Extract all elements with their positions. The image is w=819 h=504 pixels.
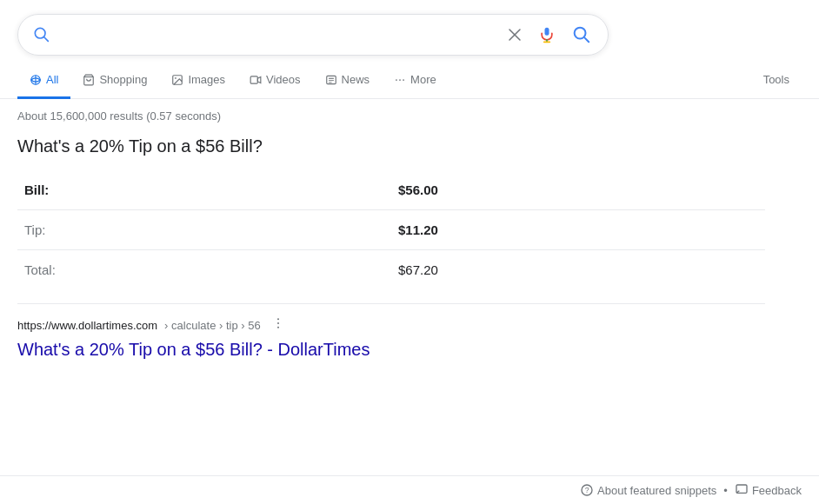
images-icon [171,74,183,86]
svg-point-21 [399,79,401,81]
search-button[interactable] [568,21,594,50]
tab-shopping[interactable]: Shopping [70,63,159,99]
videos-icon [250,74,262,86]
tab-more[interactable]: More [382,63,449,99]
tab-news[interactable]: News [313,63,383,99]
svg-rect-14 [250,76,257,83]
news-icon [325,74,337,86]
search-input[interactable]: tip for $56 [57,27,496,43]
tab-images[interactable]: Images [159,63,237,99]
table-divider [17,303,765,304]
svg-marker-15 [257,76,261,83]
shopping-icon [83,74,95,86]
tab-all[interactable]: All [17,63,70,99]
more-icon [394,74,406,86]
search-lens-icon [32,25,50,45]
total-value: $67.20 [391,250,765,290]
search-bar-container: tip for $56 [0,0,819,56]
clear-button[interactable] [503,23,526,46]
source-breadcrumb: › calculate › tip › 56 [164,319,261,332]
bill-value: $56.00 [391,170,765,210]
svg-line-1 [44,36,49,41]
tab-videos[interactable]: Videos [237,63,313,99]
bill-label: Bill: [17,170,391,210]
svg-point-25 [277,327,279,328]
search-bar: tip for $56 [17,14,609,56]
table-row: Bill: $56.00 [17,170,765,210]
table-row: Tip: $11.20 [17,210,765,250]
snippet-title: What's a 20% Tip on a $56 Bill? [17,136,765,156]
source-url-text: https://www.dollartimes.com [17,319,157,332]
svg-point-24 [277,322,279,324]
more-options-button[interactable] [268,315,289,336]
source-container: https://www.dollartimes.com › calculate … [17,315,765,360]
tip-table: Bill: $56.00 Tip: $11.20 Total: $67.20 [17,170,765,289]
source-url-line: https://www.dollartimes.com › calculate … [17,315,765,336]
total-label: Total: [17,250,391,290]
tools-button[interactable]: Tools [751,63,802,99]
svg-point-23 [277,318,279,320]
svg-line-8 [584,37,589,42]
svg-rect-4 [545,28,549,36]
search-icons [503,21,594,50]
results-count: About 15,600,000 results (0.57 seconds) [17,109,765,123]
tip-label: Tip: [17,210,391,250]
tip-value: $11.20 [391,210,765,250]
svg-point-20 [396,79,397,81]
all-icon [30,74,42,86]
svg-point-22 [403,79,404,81]
nav-tabs: All Shopping Images Videos News [0,63,819,99]
table-row: Total: $67.20 [17,250,765,290]
mic-button[interactable] [535,23,559,47]
result-title-link[interactable]: What's a 20% Tip on a $56 Bill? - Dollar… [17,340,370,359]
svg-point-13 [175,77,176,79]
results-container: About 15,600,000 results (0.57 seconds) … [0,99,782,360]
